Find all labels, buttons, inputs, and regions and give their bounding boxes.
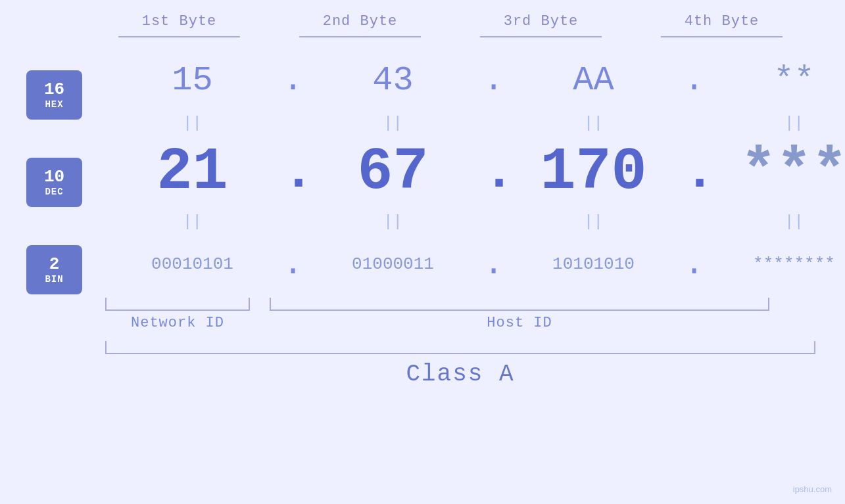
hex-cell-4: **	[704, 61, 845, 100]
dec-sep-1: .	[283, 143, 302, 202]
dec-cell-2: 67	[302, 139, 483, 206]
host-id-label: Host ID	[487, 315, 552, 331]
dec-value-1: 21	[157, 139, 228, 206]
byte-label-4: 4th Byte	[631, 13, 812, 30]
dec-name: DEC	[45, 187, 63, 197]
bin-row: 00010101 . 01000011 . 10101010 . *******…	[102, 235, 845, 294]
byte-label-1: 1st Byte	[89, 13, 270, 30]
hex-cell-3: AA	[503, 61, 684, 100]
dec-cell-4: ***	[704, 139, 845, 206]
hex-name: HEX	[45, 99, 63, 110]
hex-value-3: AA	[573, 61, 614, 100]
dec-row: 21 . 67 . 170 . ***	[102, 136, 845, 208]
eq2-cell-4: ||	[704, 213, 845, 231]
bin-number: 2	[49, 255, 60, 274]
watermark: ipshu.com	[793, 484, 832, 494]
eq-cell-3: ||	[503, 114, 684, 132]
class-section: Class A	[0, 341, 845, 388]
eq2-cell-3: ||	[503, 213, 684, 231]
hex-row: 15 . 43 . AA . **	[102, 51, 845, 110]
hex-number: 16	[44, 80, 64, 99]
bin-value-1: 00010101	[151, 254, 233, 274]
bin-cell-2: 01000011	[302, 254, 483, 274]
hex-sep-2: .	[483, 61, 503, 100]
bin-name: BIN	[45, 274, 63, 285]
hex-sep-1: .	[283, 61, 302, 100]
hex-cell-2: 43	[302, 61, 483, 100]
hex-cell-1: 15	[102, 61, 283, 100]
bracket-2	[299, 36, 421, 37]
bin-cell-1: 00010101	[102, 254, 283, 274]
bracket-3	[480, 36, 602, 37]
bin-value-3: 10101010	[552, 254, 635, 274]
values-grid: 15 . 43 . AA . ** || ||	[102, 51, 845, 294]
network-id-label: Network ID	[131, 315, 224, 331]
network-id-section: Network ID	[105, 298, 250, 331]
eq2-cell-2: ||	[302, 213, 483, 231]
bracket-4	[661, 36, 783, 37]
dec-value-3: 170	[540, 139, 646, 206]
dec-sep-3: .	[684, 143, 704, 202]
byte-labels-row: 1st Byte 2nd Byte 3rd Byte 4th Byte	[0, 0, 845, 30]
bracket-1	[118, 36, 240, 37]
hex-value-1: 15	[172, 61, 212, 100]
bin-value-4: ********	[753, 254, 835, 274]
bin-sep-2: .	[483, 245, 503, 284]
bin-badge: 2 BIN	[26, 245, 82, 294]
bin-cell-3: 10101010	[503, 254, 684, 274]
dec-value-2: 67	[357, 139, 428, 206]
eq-cell-4: ||	[704, 114, 845, 132]
bin-sep-1: .	[283, 245, 302, 284]
dec-cell-1: 21	[102, 139, 283, 206]
class-label: Class A	[105, 361, 815, 388]
base-labels: 16 HEX 10 DEC 2 BIN	[26, 70, 82, 294]
eq2-cell-1: ||	[102, 213, 283, 231]
top-bracket-lines	[0, 36, 845, 37]
hex-value-4: **	[773, 61, 814, 100]
bin-value-2: 01000011	[352, 254, 434, 274]
bin-sep-3: .	[684, 245, 704, 284]
hex-badge: 16 HEX	[26, 70, 82, 120]
byte-label-3: 3rd Byte	[450, 13, 631, 30]
hex-sep-3: .	[684, 61, 704, 100]
dec-badge: 10 DEC	[26, 158, 82, 207]
equals-row-1: || || || ||	[102, 110, 845, 136]
host-bracket	[270, 298, 769, 311]
dec-cell-3: 170	[503, 139, 684, 206]
content-area: 16 HEX 10 DEC 2 BIN 15 . 43	[0, 51, 845, 294]
eq-cell-1: ||	[102, 114, 283, 132]
id-labels-section: Network ID Host ID	[0, 298, 845, 331]
equals-row-2: || || || ||	[102, 208, 845, 235]
bin-cell-4: ********	[704, 254, 845, 274]
network-bracket	[105, 298, 250, 311]
host-id-section: Host ID	[270, 298, 769, 331]
byte-label-2: 2nd Byte	[270, 13, 450, 30]
dec-number: 10	[44, 168, 64, 187]
class-bracket	[105, 341, 815, 354]
hex-value-2: 43	[372, 61, 413, 100]
dec-sep-2: .	[483, 143, 503, 202]
eq-cell-2: ||	[302, 114, 483, 132]
main-container: 1st Byte 2nd Byte 3rd Byte 4th Byte 16 H…	[0, 0, 845, 504]
dec-value-4: ***	[740, 139, 845, 206]
